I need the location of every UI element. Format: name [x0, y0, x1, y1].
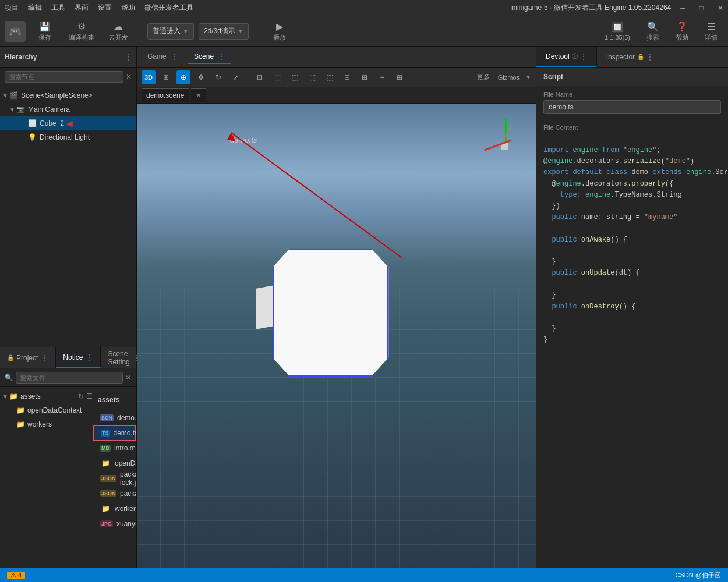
tab-scene[interactable]: Scene ⋮ [188, 50, 231, 64]
asset-header-menu[interactable]: ☰ [86, 392, 93, 400]
tool-11[interactable]: ⊞ [358, 70, 372, 84]
menu-item-interface[interactable]: 界面 [75, 3, 89, 13]
search-button[interactable]: 🔍 搜索 [641, 19, 665, 44]
asset-file-workers[interactable]: 📁 workers [93, 501, 136, 516]
search-bar: ✕ [0, 68, 136, 86]
scale-tool-button[interactable]: ⤢ [229, 70, 243, 84]
cloud-button[interactable]: ☁ 云开发 [104, 19, 133, 44]
asset-root-title: assets [98, 396, 119, 404]
jpg-badge: JPG [100, 520, 113, 527]
transform-global-button[interactable]: ⊕ [176, 70, 190, 84]
game-tab-menu[interactable]: ⋮ [171, 52, 178, 61]
mode-dropdown-label: 普通进入 [153, 26, 181, 36]
menu-item-help[interactable]: 帮助 [121, 3, 135, 13]
menu-item-tools[interactable]: 工具 [51, 3, 65, 13]
scene-canvas[interactable]: demo.ts [137, 104, 536, 568]
asset-folder-root[interactable]: ▼ 📁 assets ↻ ☰ [0, 389, 93, 403]
scene-label: Scene<SampleScene> [21, 91, 93, 100]
warning-badge[interactable]: ⚠ 4 [7, 572, 25, 579]
tool-5[interactable]: ⊡ [253, 70, 267, 84]
warning-icon: ⚠ [10, 572, 16, 579]
tool-icon: ⊞ [362, 73, 367, 81]
display-dropdown-label: 2d/3d演示 [204, 26, 235, 36]
game-tab-label: Game [147, 52, 167, 61]
tab-notice[interactable]: Notice ⋮ [56, 347, 101, 368]
asset-folder-opendata[interactable]: 📁 openDataContext [0, 403, 93, 417]
mode-3d-button[interactable]: 3D [142, 70, 156, 84]
grid-toggle-button[interactable]: ⊞ [159, 70, 173, 84]
version-button[interactable]: 🔲 1.1.35(5) [599, 19, 636, 43]
notice-tab-menu[interactable]: ⋮ [86, 353, 93, 361]
clear-asset-search-button[interactable]: ✕ [125, 374, 131, 382]
search-input[interactable] [5, 71, 123, 83]
help-button[interactable]: ❓ 帮助 [670, 19, 694, 44]
asset-file-opendata[interactable]: 📁 openDataContext [93, 456, 136, 471]
asset-file-demo-ts[interactable]: TS demo.ts [93, 425, 136, 441]
viewport: demo.ts [137, 104, 536, 568]
compile-icon: ⚙ [77, 21, 86, 32]
asset-file-demo-scene[interactable]: SCN demo.scene [93, 410, 136, 425]
file-name-demo-scene: demo.scene [117, 414, 136, 422]
menu-item-wechat[interactable]: 微信开发者工具 [144, 3, 193, 13]
light-icon: 💡 [28, 133, 37, 141]
scene-annotation: demo.ts [230, 136, 257, 144]
window-maximize-button[interactable]: □ [699, 4, 704, 12]
tool-6[interactable]: ⬚ [270, 70, 284, 84]
hierarchy-tree: ▼ 🎬 Scene<SampleScene> ▼ 📷 Main Camera ⬜… [0, 86, 136, 347]
save-button[interactable]: 💾 保存 [30, 19, 59, 44]
inspector-menu-icon[interactable]: ⋮ [646, 53, 653, 61]
tab-devtool[interactable]: Devtool ⓘ ⋮ [536, 47, 597, 67]
menu-item-settings[interactable]: 设置 [98, 3, 112, 13]
tool-12[interactable]: ≡ [375, 70, 389, 84]
tree-item-scene[interactable]: ▼ 🎬 Scene<SampleScene> [0, 88, 136, 102]
mode-dropdown[interactable]: 普通进入 ▼ [147, 23, 194, 40]
tab-game[interactable]: Game ⋮ [142, 50, 183, 64]
tab-project[interactable]: 🔒 Project ⋮ [0, 347, 56, 368]
cube-3d-object[interactable] [273, 249, 389, 377]
scene-tab-menu[interactable]: ⋮ [218, 52, 225, 61]
menu-item-edit[interactable]: 编辑 [28, 3, 42, 13]
display-dropdown[interactable]: 2d/3d演示 ▼ [199, 23, 249, 40]
detail-label: 详情 [705, 33, 718, 42]
file-name-label: File Name [543, 91, 721, 98]
tree-item-main-camera[interactable]: ▼ 📷 Main Camera [0, 102, 136, 116]
project-tab-menu[interactable]: ⋮ [41, 354, 48, 362]
tree-item-directional-light[interactable]: 💡 Directional Light [0, 130, 136, 144]
folder-workers-label: workers [27, 420, 52, 428]
window-minimize-button[interactable]: ─ [680, 4, 685, 12]
tool-9[interactable]: ⬚ [323, 70, 337, 84]
window-close-button[interactable]: ✕ [718, 4, 723, 12]
move-tool-button[interactable]: ✥ [194, 70, 208, 84]
asset-file-package[interactable]: JSON package.json [93, 486, 136, 501]
cube-icon: ⬜ [28, 119, 37, 127]
hierarchy-menu-icon[interactable]: ⋮ [125, 53, 132, 61]
tool-10[interactable]: ⊟ [340, 70, 354, 84]
asset-header-refresh[interactable]: ↻ [78, 392, 84, 400]
tab-inspector[interactable]: Inspector 🔒 ⋮ [597, 47, 663, 67]
tool-13[interactable]: ⊞ [393, 70, 407, 84]
tree-item-cube2[interactable]: ⬜ Cube_2 ◀ [0, 116, 136, 130]
close-scene-tab-button[interactable]: ✕ [191, 88, 206, 102]
menu-item-project[interactable]: 项目 [5, 3, 19, 13]
asset-file-package-lock[interactable]: JSON package-lock.json [93, 471, 136, 486]
gizmos-button[interactable]: Gizmos [498, 74, 520, 81]
app-title: minigame-5 · 微信开发者工具 Engine 1.05.2204264 [511, 3, 671, 13]
asset-file-xuanyuan[interactable]: JPG xuanyuan.jpg [93, 516, 136, 531]
asset-file-intro-md[interactable]: MD intro.md [93, 441, 136, 456]
play-button[interactable]: ▶ 播放 [265, 19, 294, 44]
asset-folder-workers[interactable]: 📁 workers [0, 417, 93, 431]
tool-8[interactable]: ⬚ [305, 70, 319, 84]
devtool-menu-icon[interactable]: ⋮ [580, 52, 587, 61]
rotate-tool-button[interactable]: ↻ [211, 70, 225, 84]
inspector-lock-icon: 🔒 [637, 54, 644, 60]
tool-icon: ⬚ [309, 73, 316, 81]
tool-7[interactable]: ⬚ [288, 70, 302, 84]
asset-search-input[interactable] [16, 372, 123, 384]
compile-button[interactable]: ⚙ 编译构建 [64, 19, 99, 44]
detail-button[interactable]: ☰ 详情 [699, 19, 723, 44]
search-icon: 🔍 [647, 21, 659, 32]
light-label: Directional Light [40, 133, 90, 141]
more-button[interactable]: 更多 [477, 73, 490, 81]
clear-search-button[interactable]: ✕ [126, 73, 132, 81]
tool-icon: ⬚ [292, 73, 298, 81]
